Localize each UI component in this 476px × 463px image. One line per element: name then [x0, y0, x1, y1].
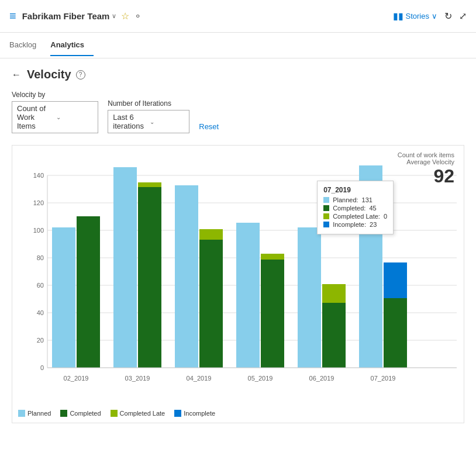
stories-button[interactable]: ▮▮ Stories ∨: [393, 11, 437, 22]
team-members-icon[interactable]: ⚬: [134, 11, 142, 22]
svg-rect-34: [322, 284, 346, 303]
legend-completed-late: Completed Late: [111, 410, 165, 417]
velocity-summary: Count of work items Average Velocity 92: [398, 151, 454, 187]
svg-text:05_2019: 05_2019: [248, 375, 273, 382]
legend-incomplete-label: Incomplete: [184, 410, 215, 417]
svg-text:60: 60: [37, 282, 44, 289]
svg-text:20: 20: [37, 337, 44, 344]
tooltip-completed-late-value: 0: [384, 213, 387, 220]
velocity-chart: 0 20 40 60 80 100 120 140 02_2019: [18, 151, 463, 403]
nav-tabs: Backlog Analytics: [0, 33, 476, 58]
help-icon[interactable]: ?: [76, 70, 85, 80]
svg-rect-24: [175, 185, 198, 368]
svg-text:06_2019: 06_2019: [309, 375, 334, 382]
iterations-select[interactable]: Last 6 iterations ⌄: [108, 110, 189, 133]
tooltip-planned-row: Planned: 131: [323, 196, 387, 203]
metric-label: Count of work items: [398, 151, 454, 158]
tooltip-planned-swatch: [323, 197, 329, 203]
svg-text:100: 100: [33, 227, 44, 234]
bar-group-06_2019: 06_2019: [298, 227, 346, 382]
tooltip-planned-value: 131: [362, 196, 372, 203]
tooltip-completed-swatch: [323, 205, 329, 211]
svg-text:0: 0: [40, 364, 44, 371]
svg-rect-30: [261, 254, 284, 260]
team-name: Fabrikam Fiber Team: [22, 11, 110, 21]
velocity-by-select[interactable]: Count of Work Items ⌄: [12, 101, 98, 133]
svg-text:07_2019: 07_2019: [371, 375, 396, 382]
legend-incomplete: Incomplete: [174, 410, 215, 417]
stories-chevron-icon: ∨: [432, 12, 437, 20]
tooltip-incomplete-value: 23: [370, 221, 377, 228]
legend-completed: Completed: [60, 410, 101, 417]
tooltip-completed-late-swatch: [323, 213, 329, 219]
svg-rect-32: [298, 227, 321, 368]
tooltip-completed-value: 45: [369, 205, 376, 212]
svg-rect-18: [77, 216, 100, 368]
svg-text:40: 40: [37, 309, 44, 316]
velocity-by-label: Velocity by: [12, 91, 98, 99]
page-header: ← Velocity ?: [12, 68, 464, 81]
svg-rect-17: [52, 227, 75, 368]
iterations-filter: Number of Iterations Last 6 iterations ⌄: [108, 99, 189, 133]
velocity-by-value: Count of Work Items: [17, 104, 54, 130]
svg-text:03_2019: 03_2019: [125, 375, 150, 382]
tooltip-completed-late-row: Completed Late: 0: [323, 213, 387, 220]
bar-group-03_2019: 03_2019: [113, 167, 161, 382]
velocity-by-chevron-icon: ⌄: [56, 114, 93, 120]
legend-incomplete-swatch: [174, 410, 181, 417]
page-title: Velocity: [27, 68, 71, 81]
header-right: ▮▮ Stories ∨ ↻ ⤢: [393, 11, 467, 22]
svg-rect-37: [384, 298, 407, 368]
avg-velocity-label: Average Velocity: [398, 158, 454, 165]
stories-icon: ▮▮: [393, 11, 403, 22]
team-chevron-icon[interactable]: ∨: [112, 12, 116, 20]
tooltip-completed-label: Completed:: [333, 205, 365, 212]
svg-rect-38: [384, 262, 407, 298]
legend-completed-late-label: Completed Late: [120, 410, 165, 417]
velocity-by-filter: Velocity by Count of Work Items ⌄: [12, 91, 98, 133]
svg-text:80: 80: [37, 254, 44, 261]
svg-text:120: 120: [33, 199, 44, 206]
tooltip-completed-late-label: Completed Late:: [333, 213, 380, 220]
svg-rect-20: [113, 167, 137, 368]
svg-text:04_2019: 04_2019: [187, 375, 212, 382]
avg-velocity-value: 92: [433, 165, 454, 186]
page-content: ← Velocity ? Velocity by Count of Work I…: [0, 58, 476, 433]
legend-completed-late-swatch: [111, 410, 118, 417]
svg-rect-29: [261, 260, 284, 368]
chart-container: Count of work items Average Velocity 92 …: [12, 145, 464, 423]
chart-tooltip: 07_2019 Planned: 131 Completed: 45 Compl…: [317, 181, 394, 234]
tooltip-incomplete-row: Incomplete: 23: [323, 221, 387, 228]
tooltip-incomplete-swatch: [323, 222, 329, 227]
favorite-icon[interactable]: ☆: [121, 11, 129, 22]
legend-completed-swatch: [60, 410, 67, 417]
tab-backlog[interactable]: Backlog: [9, 34, 46, 56]
chart-legend: Planned Completed Completed Late Incompl…: [18, 405, 458, 417]
refresh-button[interactable]: ↻: [444, 11, 452, 22]
svg-rect-26: [199, 229, 223, 240]
legend-planned-label: Planned: [27, 410, 51, 417]
legend-planned-swatch: [18, 410, 25, 417]
svg-rect-28: [236, 223, 260, 368]
legend-completed-label: Completed: [70, 410, 101, 417]
tab-analytics[interactable]: Analytics: [50, 34, 94, 56]
svg-rect-21: [138, 187, 161, 368]
svg-rect-25: [199, 240, 223, 368]
svg-rect-33: [322, 303, 346, 368]
app-icon: ≡: [9, 9, 16, 23]
iterations-value: Last 6 iterations: [113, 113, 147, 130]
svg-text:02_2019: 02_2019: [64, 375, 89, 382]
iterations-label: Number of Iterations: [108, 99, 189, 108]
bar-group-02_2019: 02_2019: [52, 216, 100, 382]
reset-button[interactable]: Reset: [199, 120, 219, 133]
bar-group-05_2019: 05_2019: [236, 223, 284, 382]
tooltip-planned-label: Planned:: [333, 196, 358, 203]
iterations-chevron-icon: ⌄: [150, 119, 184, 125]
back-button[interactable]: ←: [12, 70, 21, 80]
tooltip-completed-row: Completed: 45: [323, 205, 387, 212]
expand-button[interactable]: ⤢: [459, 11, 467, 22]
bar-group-04_2019: 04_2019: [175, 185, 223, 382]
legend-planned: Planned: [18, 410, 51, 417]
tooltip-title: 07_2019: [323, 186, 387, 194]
tooltip-incomplete-label: Incomplete:: [333, 221, 366, 228]
